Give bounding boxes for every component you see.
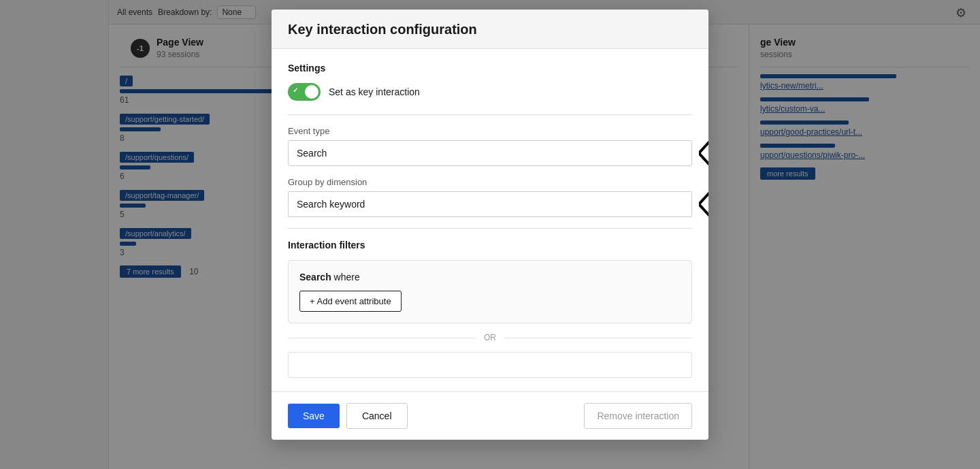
modal-overlay: Key interaction configuration Settings ✓…	[0, 0, 980, 469]
event-type-label: Event type	[288, 126, 692, 136]
interaction-filters-section: Interaction filters Search where + Add e…	[288, 240, 692, 378]
save-button[interactable]: Save	[288, 404, 340, 428]
modal-dialog: Key interaction configuration Settings ✓…	[272, 10, 708, 440]
remove-interaction-button[interactable]: Remove interaction	[584, 403, 692, 429]
modal-header: Key interaction configuration	[272, 10, 708, 49]
key-interaction-toggle[interactable]: ✓	[288, 83, 321, 101]
event-type-field: Event type	[288, 126, 692, 166]
or-divider: OR	[288, 333, 692, 342]
group-by-label: Group by dimension	[288, 177, 692, 187]
modal-footer: Save Cancel Remove interaction	[272, 391, 708, 440]
interaction-filters-label: Interaction filters	[288, 240, 692, 250]
modal-body: Settings ✓ Set as key interaction Event …	[272, 49, 708, 391]
add-event-attribute-button[interactable]: + Add event attribute	[299, 291, 402, 312]
group-by-arrow-annotation	[699, 187, 708, 222]
modal-title: Key interaction configuration	[288, 22, 692, 37]
toggle-label: Set as key interaction	[329, 86, 420, 97]
cancel-button[interactable]: Cancel	[346, 403, 408, 429]
svg-marker-0	[699, 138, 708, 168]
group-by-field: Group by dimension	[288, 177, 692, 217]
settings-section-label: Settings	[288, 63, 692, 74]
event-type-arrow-annotation	[699, 135, 708, 171]
filters-box: Search where + Add event attribute	[288, 260, 692, 323]
second-filter-input[interactable]	[288, 352, 692, 378]
toggle-row: ✓ Set as key interaction	[288, 83, 692, 101]
svg-marker-1	[699, 189, 708, 219]
filters-where: Search where	[299, 272, 681, 282]
filters-divider	[288, 228, 692, 229]
event-type-input[interactable]	[288, 140, 692, 166]
group-by-input[interactable]	[288, 191, 692, 217]
settings-divider	[288, 114, 692, 115]
